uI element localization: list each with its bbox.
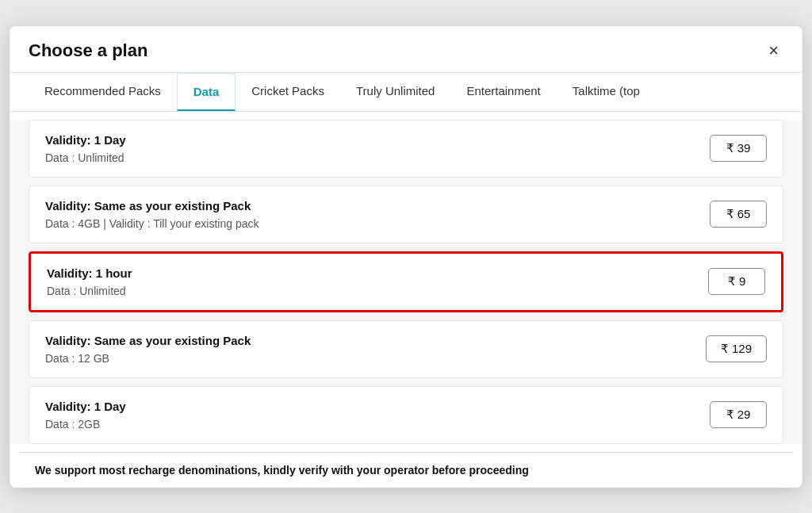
tab-recommended[interactable]: Recommended Packs [29,73,177,111]
plan-info: Validity: 1 DayData : Unlimited [45,133,126,164]
footer-note: We support most recharge denominations, … [19,452,793,488]
plan-data: Data : 4GB | Validity : Till your existi… [45,217,259,230]
plans-list: Validity: 1 DayData : Unlimited₹ 39Valid… [10,120,802,444]
plan-validity: Validity: Same as your existing Pack [45,334,251,347]
tab-entertainment[interactable]: Entertainment [450,73,556,111]
plan-row-plan-3: Validity: 1 hourData : Unlimited₹ 9 [29,251,783,312]
plan-data: Data : Unlimited [45,151,126,164]
plan-validity: Validity: 1 hour [47,266,132,280]
plan-row-plan-2: Validity: Same as your existing PackData… [29,186,783,243]
plan-row-plan-4: Validity: Same as your existing PackData… [29,320,783,378]
plan-info: Validity: Same as your existing PackData… [45,334,251,365]
plan-data: Data : 12 GB [45,352,251,365]
plan-row-plan-1: Validity: 1 DayData : Unlimited₹ 39 [29,120,783,178]
tab-cricket[interactable]: Cricket Packs [236,73,340,111]
plan-validity: Validity: 1 Day [45,400,126,413]
plan-row-plan-5: Validity: 1 DayData : 2GB₹ 29 [29,386,783,444]
plan-info: Validity: 1 hourData : Unlimited [47,266,132,297]
plan-data: Data : Unlimited [47,285,132,297]
price-button[interactable]: ₹ 39 [710,135,767,162]
close-button[interactable]: × [764,40,783,61]
modal-title: Choose a plan [29,40,147,61]
tabs-bar: Recommended PacksDataCricket PacksTruly … [10,73,802,112]
tab-data[interactable]: Data [177,73,236,112]
tab-talktime[interactable]: Talktime (top [557,73,656,111]
price-button[interactable]: ₹ 65 [710,201,767,228]
plan-validity: Validity: Same as your existing Pack [45,199,259,212]
plan-info: Validity: Same as your existing PackData… [45,199,259,230]
price-button[interactable]: ₹ 29 [710,401,767,428]
tab-truly-unlimited[interactable]: Truly Unlimited [340,73,450,111]
plan-data: Data : 2GB [45,418,126,431]
plan-info: Validity: 1 DayData : 2GB [45,400,126,431]
choose-plan-modal: Choose a plan × Recommended PacksDataCri… [10,26,802,488]
price-button[interactable]: ₹ 129 [706,335,767,362]
plan-validity: Validity: 1 Day [45,133,126,147]
modal-header: Choose a plan × [10,26,802,73]
price-button[interactable]: ₹ 9 [708,268,765,295]
